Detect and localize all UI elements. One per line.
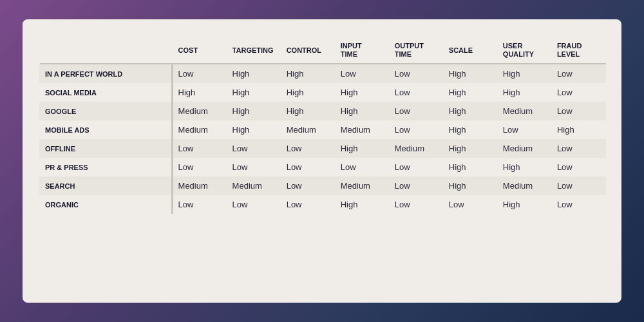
- data-cell-scale: High: [444, 176, 498, 195]
- table-row: PR & PRESSLowLowLowLowLowHighHighLow: [39, 158, 607, 176]
- table-row: IN A PERFECT WORLDLowHighHighLowLowHighH…: [39, 64, 607, 83]
- data-cell-input_time: Medium: [336, 120, 390, 139]
- data-cell-scale: High: [444, 139, 498, 158]
- data-cell-cost: Medium: [173, 120, 227, 139]
- data-cell-output_time: Low: [390, 120, 444, 139]
- data-cell-output_time: Low: [390, 102, 444, 120]
- data-cell-scale: High: [444, 102, 498, 120]
- data-cell-fraud_level: Low: [552, 64, 606, 83]
- row-label: MOBILE ADS: [39, 120, 171, 139]
- col-input-time: INPUT TIME: [336, 37, 390, 64]
- matrix-title: [39, 37, 171, 64]
- matrix-table: COST TARGETING CONTROL INPUT TIME OUTPUT…: [38, 37, 606, 214]
- data-cell-scale: Low: [444, 195, 498, 214]
- data-cell-fraud_level: Low: [552, 83, 606, 102]
- data-cell-user_quality: High: [498, 195, 552, 214]
- data-cell-output_time: Low: [390, 176, 444, 195]
- col-control: CONTROL: [281, 37, 336, 64]
- data-cell-input_time: High: [336, 139, 390, 158]
- data-cell-fraud_level: Low: [552, 176, 606, 195]
- row-label: OFFLINE: [39, 139, 171, 158]
- data-cell-input_time: Medium: [336, 176, 390, 195]
- data-cell-targeting: High: [227, 102, 281, 120]
- data-cell-output_time: Low: [390, 158, 444, 176]
- data-cell-scale: High: [444, 158, 498, 176]
- data-cell-user_quality: Medium: [498, 102, 552, 120]
- data-cell-control: High: [281, 83, 336, 102]
- data-cell-cost: Low: [173, 195, 227, 214]
- row-label: IN A PERFECT WORLD: [39, 64, 171, 83]
- table-row: GOOGLEMediumHighHighHighLowHighMediumLow: [39, 102, 607, 120]
- data-cell-targeting: Low: [227, 158, 281, 176]
- data-cell-fraud_level: Low: [552, 158, 606, 176]
- table-row: SOCIAL MEDIAHighHighHighHighLowHighHighL…: [39, 83, 607, 102]
- data-cell-targeting: Low: [227, 139, 281, 158]
- data-cell-cost: Medium: [173, 102, 227, 120]
- data-cell-user_quality: High: [498, 64, 552, 83]
- data-cell-output_time: Medium: [390, 139, 444, 158]
- row-label: ORGANIC: [39, 195, 171, 214]
- row-label: PR & PRESS: [39, 158, 171, 176]
- col-user-quality: USER QUALITY: [498, 37, 552, 64]
- table-row: OFFLINELowLowLowHighMediumHighMediumLow: [39, 139, 607, 158]
- col-fraud-level: FRAUD LEVEL: [552, 37, 606, 64]
- col-scale: SCALE: [444, 37, 498, 64]
- col-targeting: TARGETING: [227, 37, 281, 64]
- data-cell-targeting: Low: [227, 195, 281, 214]
- data-cell-fraud_level: High: [552, 120, 606, 139]
- data-cell-user_quality: Low: [498, 120, 552, 139]
- data-cell-user_quality: Medium: [498, 139, 552, 158]
- data-cell-control: Low: [281, 176, 336, 195]
- col-output-time: OUTPUT TIME: [390, 37, 444, 64]
- data-cell-cost: Low: [173, 139, 227, 158]
- data-cell-targeting: Medium: [227, 176, 281, 195]
- data-cell-cost: High: [173, 83, 227, 102]
- data-cell-output_time: Low: [390, 195, 444, 214]
- data-cell-control: High: [281, 102, 336, 120]
- data-cell-input_time: Low: [336, 158, 390, 176]
- data-cell-input_time: High: [336, 83, 390, 102]
- data-cell-fraud_level: Low: [552, 102, 606, 120]
- row-label: SEARCH: [39, 176, 171, 195]
- data-cell-user_quality: High: [498, 83, 552, 102]
- data-cell-fraud_level: Low: [552, 195, 606, 214]
- data-cell-cost: Low: [173, 64, 227, 83]
- table-row: MOBILE ADSMediumHighMediumMediumLowHighL…: [39, 120, 607, 139]
- data-cell-input_time: Low: [336, 64, 390, 83]
- data-cell-control: Medium: [281, 120, 336, 139]
- data-cell-input_time: High: [336, 195, 390, 214]
- data-cell-targeting: High: [227, 64, 281, 83]
- data-cell-targeting: High: [227, 83, 281, 102]
- col-cost: COST: [173, 37, 227, 64]
- table-row: ORGANICLowLowLowHighLowLowHighLow: [39, 195, 607, 214]
- data-cell-user_quality: High: [498, 158, 552, 176]
- data-cell-control: Low: [281, 158, 336, 176]
- data-cell-user_quality: Medium: [498, 176, 552, 195]
- data-cell-targeting: High: [227, 120, 281, 139]
- row-label: SOCIAL MEDIA: [39, 83, 171, 102]
- row-label: GOOGLE: [39, 102, 171, 120]
- data-cell-cost: Low: [173, 158, 227, 176]
- data-cell-output_time: Low: [390, 64, 444, 83]
- data-cell-cost: Medium: [173, 176, 227, 195]
- data-cell-scale: High: [444, 64, 498, 83]
- data-cell-input_time: High: [336, 102, 390, 120]
- data-cell-output_time: Low: [390, 83, 444, 102]
- data-cell-fraud_level: Low: [552, 139, 606, 158]
- data-cell-control: Low: [281, 195, 336, 214]
- table-row: SEARCHMediumMediumLowMediumLowHighMedium…: [39, 176, 607, 195]
- data-cell-control: Low: [281, 139, 336, 158]
- data-cell-scale: High: [444, 120, 498, 139]
- data-cell-control: High: [281, 64, 336, 83]
- data-cell-scale: High: [444, 83, 498, 102]
- matrix-card: COST TARGETING CONTROL INPUT TIME OUTPUT…: [23, 19, 621, 303]
